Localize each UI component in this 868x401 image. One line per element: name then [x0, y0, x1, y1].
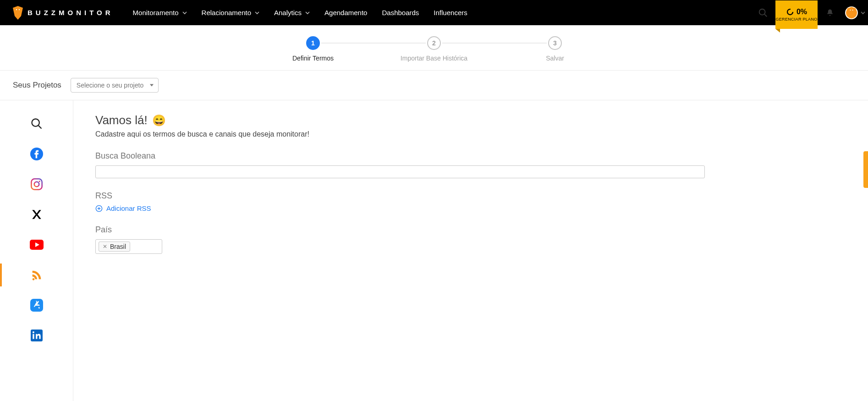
plan-usage-badge[interactable]: 0% GERENCIAR PLANO: [775, 0, 818, 29]
appstore-icon: [30, 299, 43, 312]
step-label: Salvar: [546, 55, 564, 62]
section-rss: RSS Adicionar RSS: [95, 191, 859, 212]
search-icon: [758, 8, 768, 18]
svg-line-3: [764, 14, 767, 16]
linkedin-icon: [31, 330, 43, 341]
top-right: 0% GERENCIAR PLANO: [751, 0, 868, 25]
youtube-icon: [30, 240, 44, 250]
svg-point-12: [38, 181, 40, 182]
svg-point-4: [787, 9, 793, 15]
caret-down-icon: [150, 84, 154, 87]
section-pais: País ✕ Brasil: [95, 225, 859, 254]
rail-item-appstore[interactable]: [24, 296, 49, 315]
section-label: Busca Booleana: [95, 151, 859, 161]
boolean-search-input[interactable]: [95, 165, 705, 178]
section-label: RSS: [95, 191, 859, 201]
step-dot: 1: [306, 36, 320, 50]
nav-item-label: Analytics: [274, 9, 302, 16]
step-dot: 3: [548, 36, 562, 50]
country-tag: ✕ Brasil: [99, 242, 130, 252]
svg-point-6: [852, 9, 853, 10]
main-content: Vamos lá! 😄 Cadastre aqui os termos de b…: [73, 100, 868, 401]
nav-item-dashboards[interactable]: Dashboards: [382, 9, 419, 16]
page-title: Vamos lá!: [95, 113, 148, 127]
chevron-down-icon: [255, 11, 259, 15]
step-3[interactable]: 3 Salvar: [494, 36, 615, 62]
step-2[interactable]: 2 Importar Base Histórica: [374, 36, 494, 62]
plan-percent: 0%: [797, 8, 807, 16]
chevron-down-icon: [182, 11, 187, 15]
svg-point-11: [34, 182, 39, 187]
chevron-down-icon: [305, 11, 310, 15]
channel-rail: [0, 100, 73, 401]
top-bar: BUZZMONITOR Monitoramento Relacionamento…: [0, 0, 868, 25]
feedback-side-tab[interactable]: [863, 151, 868, 188]
svg-rect-16: [33, 334, 34, 339]
rail-item-search[interactable]: [24, 114, 49, 133]
svg-point-2: [759, 9, 765, 15]
project-row-label: Seus Projetos: [13, 81, 61, 90]
account-menu-button[interactable]: [842, 0, 868, 25]
tag-remove-icon[interactable]: ✕: [103, 244, 107, 249]
section-boolean: Busca Booleana: [95, 151, 859, 178]
plus-circle-icon: [95, 205, 103, 212]
step-number: 1: [311, 39, 315, 47]
brand-logo-text: BUZZMONITOR: [27, 9, 114, 16]
nav-item-label: Monitoramento: [133, 9, 179, 16]
section-label: País: [95, 225, 859, 235]
project-select-placeholder: Selecione o seu projeto: [77, 82, 143, 89]
project-row: Seus Projetos Selecione o seu projeto: [0, 70, 868, 100]
rail-item-rss[interactable]: [24, 265, 49, 285]
svg-rect-10: [31, 179, 42, 189]
nav-item-label: Agendamento: [324, 9, 367, 16]
nav-item-label: Influencers: [434, 9, 467, 16]
step-dot: 2: [427, 36, 441, 50]
rail-item-twitter[interactable]: [24, 205, 49, 224]
global-search-button[interactable]: [751, 0, 775, 25]
svg-point-0: [16, 9, 17, 10]
add-rss-label: Adicionar RSS: [106, 204, 151, 212]
svg-line-8: [38, 126, 41, 128]
svg-point-7: [32, 119, 39, 126]
nav-item-label: Relacionamento: [202, 9, 251, 16]
plan-manage-label: GERENCIAR PLANO: [775, 17, 817, 22]
spinner-icon: [786, 8, 794, 16]
brand-logo-mark-icon: [13, 6, 23, 20]
add-rss-button[interactable]: Adicionar RSS: [95, 204, 859, 212]
rail-item-youtube[interactable]: [24, 235, 49, 254]
bell-icon: [825, 8, 835, 17]
country-tag-input[interactable]: ✕ Brasil: [95, 239, 162, 254]
page-subtitle: Cadastre aqui os termos de busca e canai…: [95, 130, 859, 138]
step-1[interactable]: 1 Definir Termos: [253, 36, 374, 62]
svg-point-17: [33, 331, 34, 333]
avatar-icon: [845, 6, 858, 19]
chevron-down-icon: [861, 11, 865, 15]
rail-item-linkedin[interactable]: [24, 326, 49, 345]
step-label: Definir Termos: [292, 55, 334, 62]
facebook-icon: [30, 148, 43, 160]
nav-item-analytics[interactable]: Analytics: [274, 9, 310, 16]
notifications-button[interactable]: [818, 0, 842, 25]
wizard-stepper: 1 Definir Termos 2 Importar Base Históri…: [0, 25, 868, 70]
brand-logo[interactable]: BUZZMONITOR: [0, 6, 124, 20]
nav-item-label: Dashboards: [382, 9, 419, 16]
nav-item-influencers[interactable]: Influencers: [434, 9, 467, 16]
main-nav: Monitoramento Relacionamento Analytics A…: [133, 9, 467, 16]
svg-point-5: [850, 9, 851, 10]
project-select[interactable]: Selecione o seu projeto: [71, 78, 159, 93]
rail-item-facebook[interactable]: [24, 144, 49, 164]
step-number: 3: [553, 39, 557, 47]
rss-icon: [30, 269, 43, 281]
step-number: 2: [432, 39, 436, 47]
twitter-x-icon: [31, 209, 43, 220]
rail-item-instagram[interactable]: [24, 175, 49, 194]
search-icon: [30, 117, 43, 130]
country-tag-label: Brasil: [110, 243, 126, 250]
smile-emoji-icon: 😄: [152, 114, 166, 127]
svg-point-1: [19, 9, 20, 10]
step-label: Importar Base Histórica: [401, 55, 467, 62]
instagram-icon: [30, 178, 43, 191]
nav-item-monitoramento[interactable]: Monitoramento: [133, 9, 187, 16]
nav-item-relacionamento[interactable]: Relacionamento: [202, 9, 259, 16]
nav-item-agendamento[interactable]: Agendamento: [324, 9, 367, 16]
